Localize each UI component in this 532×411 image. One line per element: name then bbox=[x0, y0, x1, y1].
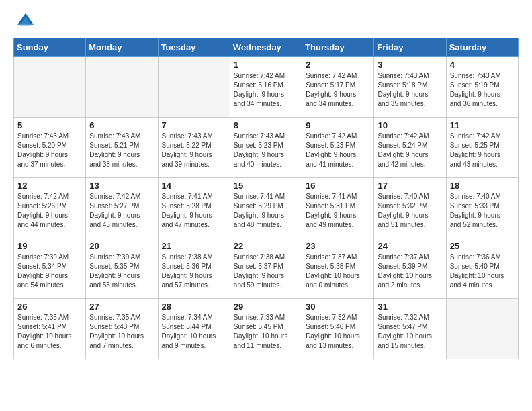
day-number: 13 bbox=[89, 181, 154, 191]
day-info: Sunrise: 7:43 AM Sunset: 5:20 PM Dayligh… bbox=[17, 132, 82, 169]
calendar-cell bbox=[446, 299, 518, 359]
calendar-cell: 10Sunrise: 7:42 AM Sunset: 5:24 PM Dayli… bbox=[374, 118, 446, 178]
day-info: Sunrise: 7:38 AM Sunset: 5:36 PM Dayligh… bbox=[162, 253, 226, 290]
day-number: 2 bbox=[306, 60, 370, 70]
week-row: 19Sunrise: 7:39 AM Sunset: 5:34 PM Dayli… bbox=[14, 238, 519, 299]
calendar-wrapper: SundayMondayTuesdayWednesdayThursdayFrid… bbox=[0, 38, 532, 366]
day-info: Sunrise: 7:42 AM Sunset: 5:23 PM Dayligh… bbox=[306, 132, 370, 169]
day-number: 29 bbox=[234, 302, 298, 312]
weekday-header: Thursday bbox=[302, 38, 374, 57]
day-info: Sunrise: 7:39 AM Sunset: 5:34 PM Dayligh… bbox=[17, 253, 82, 290]
calendar-cell: 19Sunrise: 7:39 AM Sunset: 5:34 PM Dayli… bbox=[14, 238, 86, 299]
day-info: Sunrise: 7:40 AM Sunset: 5:32 PM Dayligh… bbox=[378, 192, 442, 230]
weekday-header: Friday bbox=[374, 38, 446, 57]
week-row: 5Sunrise: 7:43 AM Sunset: 5:20 PM Daylig… bbox=[14, 118, 519, 178]
day-number: 14 bbox=[162, 181, 226, 191]
day-number: 12 bbox=[17, 181, 82, 191]
day-number: 7 bbox=[162, 120, 226, 130]
day-info: Sunrise: 7:35 AM Sunset: 5:43 PM Dayligh… bbox=[89, 313, 154, 351]
calendar-cell: 1Sunrise: 7:42 AM Sunset: 5:16 PM Daylig… bbox=[230, 57, 302, 118]
calendar-cell: 4Sunrise: 7:43 AM Sunset: 5:19 PM Daylig… bbox=[446, 57, 518, 118]
day-info: Sunrise: 7:43 AM Sunset: 5:19 PM Dayligh… bbox=[450, 71, 515, 109]
day-number: 1 bbox=[234, 60, 298, 70]
weekday-header: Wednesday bbox=[230, 38, 302, 57]
calendar-cell: 9Sunrise: 7:42 AM Sunset: 5:23 PM Daylig… bbox=[302, 118, 374, 178]
logo-icon bbox=[16, 12, 35, 31]
day-number: 5 bbox=[17, 120, 82, 130]
header bbox=[0, 0, 532, 38]
day-number: 17 bbox=[378, 181, 442, 191]
week-row: 1Sunrise: 7:42 AM Sunset: 5:16 PM Daylig… bbox=[14, 57, 519, 118]
calendar-cell: 28Sunrise: 7:34 AM Sunset: 5:44 PM Dayli… bbox=[158, 299, 230, 359]
calendar-cell bbox=[14, 57, 86, 118]
week-row: 12Sunrise: 7:42 AM Sunset: 5:26 PM Dayli… bbox=[14, 178, 519, 238]
calendar-cell: 5Sunrise: 7:43 AM Sunset: 5:20 PM Daylig… bbox=[14, 118, 86, 178]
day-info: Sunrise: 7:35 AM Sunset: 5:41 PM Dayligh… bbox=[17, 313, 82, 351]
day-info: Sunrise: 7:32 AM Sunset: 5:47 PM Dayligh… bbox=[378, 313, 442, 351]
weekday-header: Monday bbox=[86, 38, 158, 57]
day-number: 11 bbox=[450, 120, 515, 130]
calendar-cell: 18Sunrise: 7:40 AM Sunset: 5:33 PM Dayli… bbox=[446, 178, 518, 238]
day-info: Sunrise: 7:41 AM Sunset: 5:31 PM Dayligh… bbox=[306, 192, 370, 230]
day-number: 18 bbox=[450, 181, 515, 191]
day-number: 21 bbox=[162, 241, 226, 251]
calendar-cell: 16Sunrise: 7:41 AM Sunset: 5:31 PM Dayli… bbox=[302, 178, 374, 238]
day-number: 28 bbox=[162, 302, 226, 312]
day-info: Sunrise: 7:42 AM Sunset: 5:25 PM Dayligh… bbox=[450, 132, 515, 169]
calendar-cell: 7Sunrise: 7:43 AM Sunset: 5:22 PM Daylig… bbox=[158, 118, 230, 178]
day-info: Sunrise: 7:42 AM Sunset: 5:17 PM Dayligh… bbox=[306, 71, 370, 109]
logo bbox=[16, 12, 36, 31]
day-info: Sunrise: 7:41 AM Sunset: 5:29 PM Dayligh… bbox=[234, 192, 298, 230]
day-info: Sunrise: 7:32 AM Sunset: 5:46 PM Dayligh… bbox=[306, 313, 370, 351]
day-info: Sunrise: 7:41 AM Sunset: 5:28 PM Dayligh… bbox=[162, 192, 226, 230]
calendar-cell: 15Sunrise: 7:41 AM Sunset: 5:29 PM Dayli… bbox=[230, 178, 302, 238]
day-info: Sunrise: 7:43 AM Sunset: 5:23 PM Dayligh… bbox=[234, 132, 298, 169]
day-info: Sunrise: 7:33 AM Sunset: 5:45 PM Dayligh… bbox=[234, 313, 298, 351]
day-number: 24 bbox=[378, 241, 442, 251]
day-number: 4 bbox=[450, 60, 515, 70]
calendar-cell: 20Sunrise: 7:39 AM Sunset: 5:35 PM Dayli… bbox=[86, 238, 158, 299]
calendar-cell: 25Sunrise: 7:36 AM Sunset: 5:40 PM Dayli… bbox=[446, 238, 518, 299]
day-number: 22 bbox=[234, 241, 298, 251]
day-number: 9 bbox=[306, 120, 370, 130]
day-info: Sunrise: 7:43 AM Sunset: 5:18 PM Dayligh… bbox=[378, 71, 442, 109]
calendar-cell: 22Sunrise: 7:38 AM Sunset: 5:37 PM Dayli… bbox=[230, 238, 302, 299]
day-info: Sunrise: 7:42 AM Sunset: 5:27 PM Dayligh… bbox=[89, 192, 154, 230]
day-info: Sunrise: 7:36 AM Sunset: 5:40 PM Dayligh… bbox=[450, 253, 515, 290]
day-number: 30 bbox=[306, 302, 370, 312]
day-info: Sunrise: 7:42 AM Sunset: 5:16 PM Dayligh… bbox=[234, 71, 298, 109]
calendar-cell: 17Sunrise: 7:40 AM Sunset: 5:32 PM Dayli… bbox=[374, 178, 446, 238]
day-info: Sunrise: 7:34 AM Sunset: 5:44 PM Dayligh… bbox=[162, 313, 226, 351]
calendar-cell: 14Sunrise: 7:41 AM Sunset: 5:28 PM Dayli… bbox=[158, 178, 230, 238]
weekday-header: Tuesday bbox=[158, 38, 230, 57]
calendar-cell: 30Sunrise: 7:32 AM Sunset: 5:46 PM Dayli… bbox=[302, 299, 374, 359]
day-number: 20 bbox=[89, 241, 154, 251]
calendar-table: SundayMondayTuesdayWednesdayThursdayFrid… bbox=[13, 38, 519, 359]
calendar-cell bbox=[86, 57, 158, 118]
day-number: 16 bbox=[306, 181, 370, 191]
calendar-body: 1Sunrise: 7:42 AM Sunset: 5:16 PM Daylig… bbox=[14, 57, 519, 359]
calendar-cell bbox=[158, 57, 230, 118]
day-number: 25 bbox=[450, 241, 515, 251]
day-number: 6 bbox=[89, 120, 154, 130]
day-number: 23 bbox=[306, 241, 370, 251]
calendar-cell: 26Sunrise: 7:35 AM Sunset: 5:41 PM Dayli… bbox=[14, 299, 86, 359]
day-number: 3 bbox=[378, 60, 442, 70]
calendar-cell: 24Sunrise: 7:37 AM Sunset: 5:39 PM Dayli… bbox=[374, 238, 446, 299]
calendar-cell: 27Sunrise: 7:35 AM Sunset: 5:43 PM Dayli… bbox=[86, 299, 158, 359]
day-number: 27 bbox=[89, 302, 154, 312]
day-number: 26 bbox=[17, 302, 82, 312]
week-row: 26Sunrise: 7:35 AM Sunset: 5:41 PM Dayli… bbox=[14, 299, 519, 359]
calendar-cell: 13Sunrise: 7:42 AM Sunset: 5:27 PM Dayli… bbox=[86, 178, 158, 238]
day-number: 15 bbox=[234, 181, 298, 191]
calendar-header: SundayMondayTuesdayWednesdayThursdayFrid… bbox=[14, 38, 519, 57]
calendar-cell: 3Sunrise: 7:43 AM Sunset: 5:18 PM Daylig… bbox=[374, 57, 446, 118]
day-info: Sunrise: 7:39 AM Sunset: 5:35 PM Dayligh… bbox=[89, 253, 154, 290]
page-container: SundayMondayTuesdayWednesdayThursdayFrid… bbox=[0, 0, 532, 366]
calendar-cell: 21Sunrise: 7:38 AM Sunset: 5:36 PM Dayli… bbox=[158, 238, 230, 299]
calendar-cell: 11Sunrise: 7:42 AM Sunset: 5:25 PM Dayli… bbox=[446, 118, 518, 178]
day-number: 19 bbox=[17, 241, 82, 251]
day-info: Sunrise: 7:38 AM Sunset: 5:37 PM Dayligh… bbox=[234, 253, 298, 290]
day-info: Sunrise: 7:37 AM Sunset: 5:38 PM Dayligh… bbox=[306, 253, 370, 290]
weekday-header: Saturday bbox=[446, 38, 518, 57]
